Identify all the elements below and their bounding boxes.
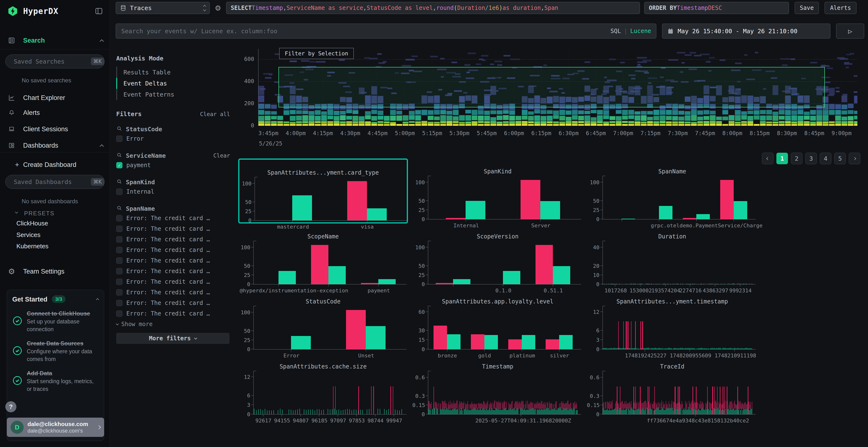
- lang-sql-toggle[interactable]: SQL: [611, 28, 621, 34]
- bar-green[interactable]: [367, 208, 387, 220]
- pagination-page-1[interactable]: 1: [776, 153, 788, 164]
- bar-red[interactable]: [471, 334, 485, 349]
- saved-dashboards-field[interactable]: [13, 178, 91, 186]
- bar-green[interactable]: [278, 271, 296, 284]
- chart-spanattributes-cache-size[interactable]: SpanAttributes.cache.size126309261794155…: [238, 353, 408, 419]
- save-button[interactable]: Save: [795, 2, 819, 14]
- sidebar-item-alerts[interactable]: Alerts: [0, 107, 110, 118]
- sql-orderby-input[interactable]: ORDER BY Timestamp DESC: [644, 2, 789, 14]
- bar-red[interactable]: [346, 310, 366, 349]
- bar-green[interactable]: [329, 266, 346, 284]
- analysis-mode-event-patterns[interactable]: Event Patterns: [116, 89, 230, 100]
- analysis-mode-results-table[interactable]: Results Table: [116, 67, 230, 78]
- analysis-mode-event-deltas[interactable]: Event Deltas: [116, 78, 230, 89]
- create-dashboard-button[interactable]: + Create Dashboard: [0, 160, 110, 170]
- chart-spanattributes-yment-timestamp[interactable]: SpanAttributes...yment.timestamp12630174…: [587, 288, 757, 353]
- help-button[interactable]: ?: [5, 401, 17, 412]
- checkbox-unchecked[interactable]: [116, 300, 123, 306]
- bar-green[interactable]: [366, 326, 385, 349]
- user-menu[interactable]: D dale@clickhouse.com dale@clickhouse.co…: [7, 418, 104, 437]
- pagination-next-button[interactable]: [849, 153, 860, 164]
- filter-checkbox-item[interactable]: Error: The credit card …: [116, 266, 230, 276]
- checkbox-unchecked[interactable]: [116, 236, 123, 243]
- bar-red[interactable]: [446, 218, 466, 219]
- pagination-page-5[interactable]: 5: [834, 153, 846, 164]
- bar-green[interactable]: [559, 335, 572, 349]
- bar-green[interactable]: [466, 201, 485, 219]
- bar-red[interactable]: [347, 181, 367, 220]
- checkbox-unchecked[interactable]: [116, 247, 123, 253]
- checkbox-unchecked[interactable]: [116, 226, 123, 232]
- lang-lucene-toggle[interactable]: Lucene: [630, 28, 651, 34]
- checkbox-unchecked[interactable]: [116, 310, 123, 317]
- clear-filter-button[interactable]: Clear: [213, 152, 230, 159]
- filter-checkbox-item[interactable]: Error: The credit card …: [116, 213, 230, 224]
- chart-duration[interactable]: Duration40201001017268153000219357420422…: [587, 224, 757, 288]
- bar-red[interactable]: [434, 325, 447, 349]
- sidebar-item-chart-explorer[interactable]: Chart Explorer: [0, 93, 110, 103]
- chart-spanattributes-yment-card-type[interactable]: SpanAttributes...yment.card_type10050250…: [238, 159, 408, 224]
- filter-checkbox-item[interactable]: Error: The credit card …: [116, 308, 230, 319]
- filter-checkbox-item[interactable]: Internal: [116, 186, 230, 197]
- bar-red[interactable]: [720, 180, 734, 219]
- filter-checkbox-item[interactable]: Error: [116, 133, 230, 144]
- filter-checkbox-item[interactable]: Error: The credit card …: [116, 276, 230, 287]
- bar-red[interactable]: [535, 245, 553, 284]
- pagination-page-3[interactable]: 3: [805, 153, 817, 164]
- filter-checkbox-item[interactable]: Error: The credit card …: [116, 245, 230, 255]
- sql-select-input[interactable]: SELECT Timestamp, ServiceName as service…: [226, 2, 640, 14]
- chart-scopename[interactable]: ScopeName10050250@hyperdx/instrumentatio…: [238, 224, 408, 288]
- bar-green[interactable]: [553, 266, 570, 284]
- chart-spanattributes-app-loyalty-level[interactable]: SpanAttributes.app.loyalty.level6030150b…: [413, 288, 583, 353]
- bar-red[interactable]: [683, 218, 696, 219]
- checkbox-unchecked[interactable]: [116, 188, 123, 195]
- events-heatmap[interactable]: Filter by Selection 5/26/25 60040020003:…: [258, 52, 858, 126]
- bar-red[interactable]: [436, 283, 453, 284]
- sidebar-item-client-sessions[interactable]: Client Sessions: [0, 124, 110, 134]
- sidebar-item-kubernetes[interactable]: Kubernetes: [17, 243, 49, 250]
- bar-green[interactable]: [522, 335, 535, 349]
- checkbox-unchecked[interactable]: [116, 289, 123, 296]
- search-icon[interactable]: [116, 178, 123, 186]
- source-selector[interactable]: Traces: [116, 2, 210, 14]
- get-started-item[interactable]: Connect to ClickHouseSet up your databas…: [12, 309, 99, 333]
- saved-searches-input[interactable]: ⌘K: [5, 55, 105, 68]
- bar-green[interactable]: [485, 335, 498, 349]
- checkbox-unchecked[interactable]: [116, 215, 123, 221]
- sidebar-item-dashboards[interactable]: Dashboards: [0, 140, 110, 151]
- filter-checkbox-item[interactable]: Error: The credit card …: [116, 287, 230, 298]
- presets-toggle[interactable]: PRESETS: [0, 209, 110, 218]
- clear-all-button[interactable]: Clear all: [200, 111, 230, 117]
- alerts-button[interactable]: Alerts: [825, 2, 857, 14]
- bar-red[interactable]: [361, 283, 378, 284]
- chart-traceid[interactable]: TraceId0.60.30.150ff736674e4a9348c43e815…: [587, 353, 757, 419]
- get-started-item[interactable]: Create Data SourcesConfigure where your …: [12, 339, 99, 363]
- checkbox-unchecked[interactable]: [116, 257, 123, 264]
- bar-red[interactable]: [546, 339, 559, 349]
- pagination-page-4[interactable]: 4: [820, 153, 831, 164]
- chart-spankind[interactable]: SpanKind10050250InternalServer: [413, 159, 583, 224]
- sidebar-item-team-settings[interactable]: ⚙ Team Settings: [0, 266, 110, 277]
- run-query-button[interactable]: ▷: [836, 24, 864, 38]
- bar-green[interactable]: [378, 279, 396, 284]
- saved-searches-field[interactable]: [13, 58, 91, 65]
- filter-checkbox-item[interactable]: Error: The credit card …: [116, 224, 230, 234]
- search-icon[interactable]: [116, 205, 123, 212]
- bar-green[interactable]: [622, 219, 635, 219]
- chart-timestamp[interactable]: Timestamp0.60.30.1502025-05-27T04:09:31.…: [413, 353, 583, 419]
- get-started-item[interactable]: Add DataStart sending logs, metrics, or …: [12, 369, 99, 393]
- search-icon[interactable]: [116, 152, 123, 159]
- sidebar-item-services[interactable]: Services: [17, 231, 40, 239]
- bar-red[interactable]: [508, 339, 522, 349]
- filter-checkbox-item[interactable]: Error: The credit card …: [116, 234, 230, 245]
- source-settings-button[interactable]: ⚙: [213, 4, 223, 12]
- bar-green[interactable]: [540, 201, 560, 219]
- bar-green[interactable]: [447, 334, 461, 349]
- more-filters-button[interactable]: More filters: [116, 333, 229, 344]
- bar-red[interactable]: [521, 180, 540, 219]
- sidebar-item-search[interactable]: Search: [0, 36, 110, 45]
- bar-green[interactable]: [659, 206, 673, 219]
- checkbox-unchecked[interactable]: [116, 268, 123, 274]
- bar-green[interactable]: [292, 195, 312, 220]
- checkbox-unchecked[interactable]: [116, 136, 123, 142]
